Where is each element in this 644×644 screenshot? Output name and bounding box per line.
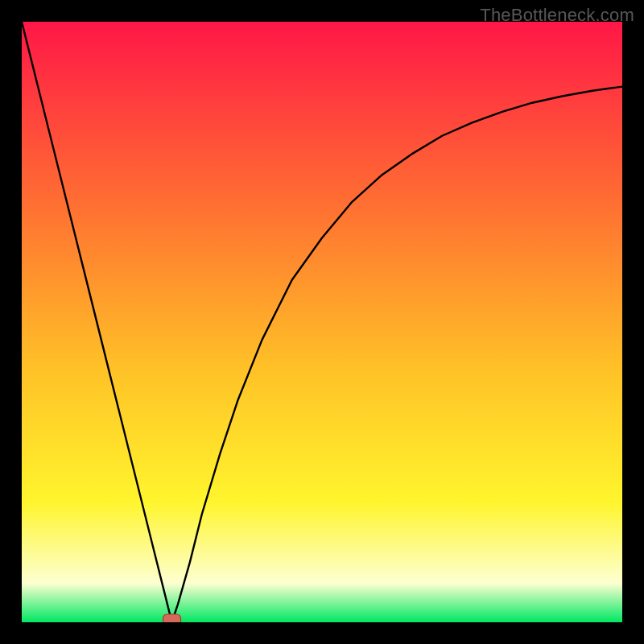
chart-plot-area: [22, 22, 622, 622]
chart-svg: [22, 22, 622, 622]
optimal-point-marker: [163, 614, 181, 622]
gradient-background: [22, 22, 622, 622]
